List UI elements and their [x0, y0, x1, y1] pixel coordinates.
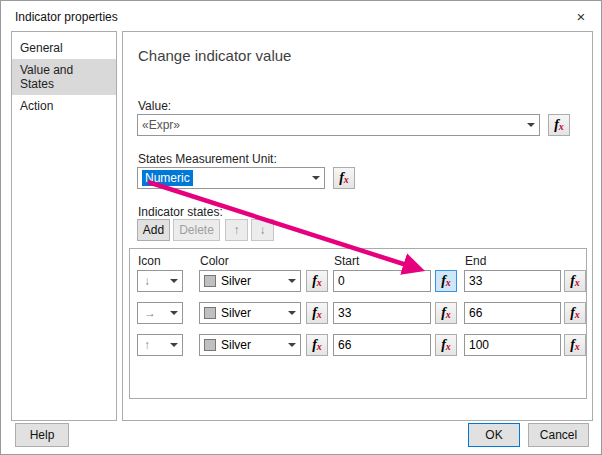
color-swatch	[204, 339, 216, 351]
color-dropdown-row1[interactable]: Silver	[199, 270, 301, 292]
unit-combobox-selected-text: Numeric	[142, 170, 193, 186]
down-arrow-icon: ↓	[260, 223, 266, 237]
color-expression-button-row3[interactable]: fx	[306, 334, 328, 356]
unit-expression-button[interactable]: fx	[333, 167, 355, 189]
end-input-row1[interactable]	[464, 270, 561, 292]
start-expression-button-row2[interactable]: fx	[435, 302, 457, 324]
end-expression-button-row2[interactable]: fx	[564, 302, 586, 324]
right-arrow-icon: →	[144, 306, 156, 320]
chevron-down-icon	[283, 335, 300, 355]
color-name: Silver	[221, 274, 251, 288]
close-icon[interactable]: ×	[570, 6, 592, 28]
start-expression-button-row3[interactable]: fx	[435, 334, 457, 356]
chevron-down-icon	[283, 303, 300, 323]
indicator-properties-dialog: Indicator properties × General Value and…	[0, 0, 602, 455]
unit-label: States Measurement Unit:	[138, 152, 277, 166]
start-input-row2[interactable]	[333, 302, 431, 324]
icon-dropdown-row1[interactable]: ↓	[137, 270, 183, 292]
chevron-down-icon	[283, 271, 300, 291]
value-label: Value:	[138, 99, 171, 113]
unit-combobox[interactable]: Numeric	[137, 167, 325, 189]
end-expression-button-row3[interactable]: fx	[564, 334, 586, 356]
color-dropdown-row3[interactable]: Silver	[199, 334, 301, 356]
start-input-row3[interactable]	[333, 334, 431, 356]
help-button[interactable]: Help	[15, 423, 69, 447]
value-expression-button[interactable]: fx	[548, 114, 570, 136]
chevron-down-icon	[165, 271, 182, 291]
page-title: Change indicator value	[138, 47, 291, 64]
value-combobox[interactable]: «Expr»	[137, 114, 540, 136]
color-swatch	[204, 275, 216, 287]
move-down-button[interactable]: ↓	[251, 219, 274, 241]
dialog-title: Indicator properties	[15, 10, 118, 24]
color-expression-button-row1[interactable]: fx	[306, 270, 328, 292]
color-expression-button-row2[interactable]: fx	[306, 302, 328, 324]
add-button[interactable]: Add	[137, 219, 170, 241]
icon-dropdown-row3[interactable]: ↑	[137, 334, 183, 356]
up-arrow-icon: ↑	[234, 223, 240, 237]
start-expression-button-row1[interactable]: fx	[435, 270, 457, 292]
cancel-button[interactable]: Cancel	[528, 423, 589, 447]
chevron-down-icon[interactable]	[522, 115, 539, 135]
sidebar-item-value-and-states[interactable]: Value and States	[12, 59, 116, 95]
end-input-row2[interactable]	[464, 302, 561, 324]
value-combobox-text: «Expr»	[142, 118, 180, 132]
start-input-row1[interactable]	[333, 270, 431, 292]
move-up-button[interactable]: ↑	[225, 219, 248, 241]
end-input-row3[interactable]	[464, 334, 561, 356]
indicator-states-label: Indicator states:	[138, 205, 223, 219]
chevron-down-icon[interactable]	[307, 168, 324, 188]
icon-dropdown-row2[interactable]: →	[137, 302, 183, 324]
chevron-down-icon	[165, 303, 182, 323]
column-header-color: Color	[200, 254, 229, 268]
color-dropdown-row2[interactable]: Silver	[199, 302, 301, 324]
column-header-start: Start	[334, 254, 359, 268]
sidebar-item-general[interactable]: General	[12, 37, 116, 59]
column-header-end: End	[465, 254, 486, 268]
up-arrow-icon: ↑	[144, 338, 150, 352]
color-swatch	[204, 307, 216, 319]
chevron-down-icon	[165, 335, 182, 355]
end-expression-button-row1[interactable]: fx	[564, 270, 586, 292]
color-name: Silver	[221, 338, 251, 352]
delete-button[interactable]: Delete	[173, 219, 220, 241]
down-arrow-icon: ↓	[144, 274, 150, 288]
sidebar-item-action[interactable]: Action	[12, 95, 116, 117]
color-name: Silver	[221, 306, 251, 320]
sidebar: General Value and States Action	[11, 31, 117, 421]
column-header-icon: Icon	[138, 254, 161, 268]
ok-button[interactable]: OK	[468, 423, 520, 447]
